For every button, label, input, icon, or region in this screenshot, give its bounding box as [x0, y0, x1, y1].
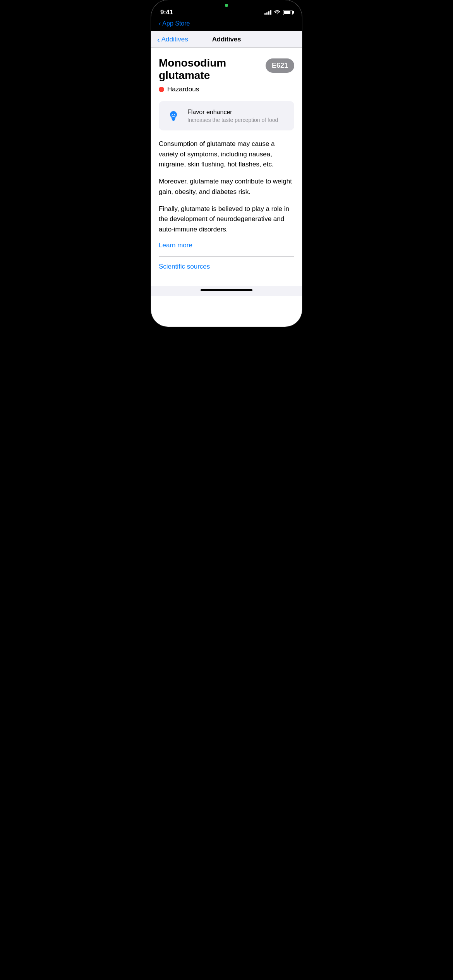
- additive-code-badge: E621: [266, 58, 294, 73]
- category-title: Flavor enhancer: [187, 109, 288, 116]
- back-button[interactable]: ‹ Additives: [157, 36, 188, 43]
- section-divider: [159, 256, 294, 257]
- hazard-row: Hazardous: [159, 86, 294, 93]
- home-indicator: [151, 286, 302, 296]
- main-content: Monosodium glutamate E621 Hazardous Flav…: [151, 48, 302, 286]
- wifi-icon: [274, 9, 280, 15]
- phone-frame: 9:41 ‹ App Store: [151, 0, 302, 327]
- description-paragraph-2: Moreover, glutamate may contribute to we…: [159, 176, 294, 197]
- description-paragraph-1: Consumption of glutamate may cause a var…: [159, 139, 294, 170]
- hazard-dot-icon: [159, 87, 164, 92]
- flavor-enhancer-icon: [165, 107, 182, 124]
- flavor-info-card: Flavor enhancer Increases the taste perc…: [159, 101, 294, 130]
- back-chevron-icon: ‹: [157, 36, 160, 43]
- back-label: Additives: [161, 36, 188, 43]
- status-bar: 9:41: [151, 0, 302, 19]
- product-name: Monosodium glutamate: [159, 57, 261, 82]
- home-bar: [201, 289, 252, 291]
- status-time: 9:41: [160, 9, 173, 16]
- nav-bar: ‹ Additives Additives: [151, 31, 302, 48]
- learn-more-link[interactable]: Learn more: [159, 242, 192, 249]
- app-store-back-label[interactable]: App Store: [162, 20, 190, 27]
- svg-point-1: [174, 114, 175, 115]
- info-card-text: Flavor enhancer Increases the taste perc…: [187, 109, 288, 123]
- hazard-label: Hazardous: [167, 86, 199, 93]
- status-icons: [264, 9, 293, 15]
- status-dot: [225, 4, 228, 7]
- scientific-sources-link[interactable]: Scientific sources: [159, 263, 210, 270]
- svg-point-0: [172, 114, 173, 115]
- signal-icon: [264, 10, 271, 15]
- battery-icon: [283, 10, 293, 15]
- product-header: Monosodium glutamate E621: [159, 57, 294, 82]
- description-paragraph-3: Finally, glutamate is believed to play a…: [159, 204, 294, 235]
- category-subtitle: Increases the taste perception of food: [187, 117, 288, 123]
- nav-title: Additives: [212, 36, 241, 43]
